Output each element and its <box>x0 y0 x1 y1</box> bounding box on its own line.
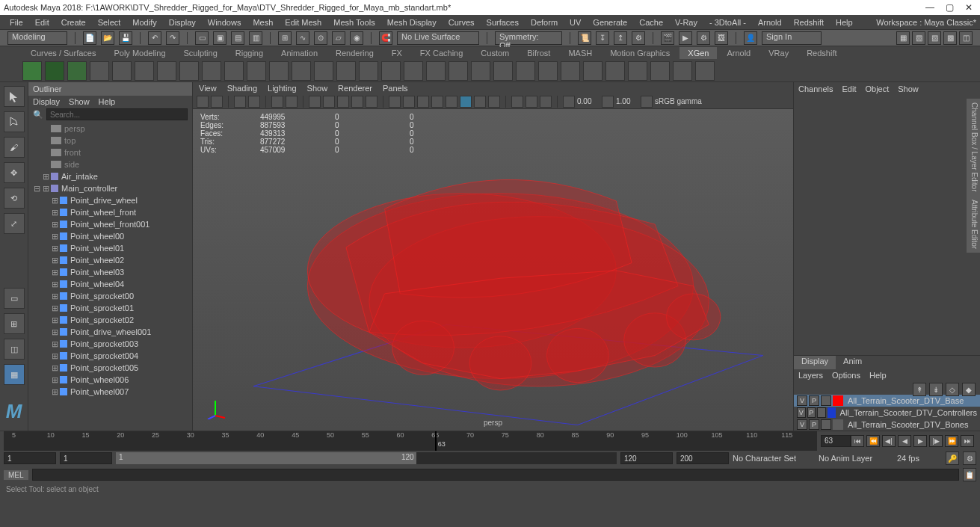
toggle-channel-box-icon[interactable]: ◫ <box>959 31 973 45</box>
range-end-outer[interactable] <box>677 452 729 464</box>
layer-color-swatch[interactable] <box>828 407 836 418</box>
vp-bookmark-icon[interactable] <box>234 96 246 108</box>
shelf-tab-custom[interactable]: Custom <box>472 47 517 59</box>
shelf-xgen-open-icon[interactable] <box>45 61 64 81</box>
shelf-move-icon[interactable] <box>516 61 535 81</box>
goto-end-icon[interactable]: ⏭ <box>961 435 974 447</box>
render-icon[interactable]: 🎬 <box>661 31 674 45</box>
layers-menu-help[interactable]: Help <box>869 371 887 380</box>
tree-item[interactable]: persp <box>28 123 192 135</box>
save-scene-icon[interactable]: 💾 <box>119 31 132 45</box>
range-start-inner[interactable] <box>60 452 112 464</box>
layer-playback-toggle[interactable]: P <box>809 395 819 406</box>
symmetry-dropdown[interactable]: Symmetry: Off <box>495 31 562 45</box>
tree-item[interactable]: ⊞Point_drive_wheel001 <box>28 326 192 338</box>
render-settings-icon[interactable]: ⚙ <box>697 31 710 45</box>
shelf-grab-icon[interactable] <box>202 61 221 81</box>
shelf-freeze-icon[interactable] <box>336 61 356 81</box>
vp-gate-icon[interactable] <box>323 96 335 108</box>
vp-greasepencil-icon[interactable] <box>286 96 298 108</box>
scale-tool[interactable]: ⤢ <box>4 213 25 234</box>
vp-grid-icon[interactable] <box>309 96 321 108</box>
select-tool[interactable] <box>4 86 25 107</box>
expand-icon[interactable]: ⊞ <box>51 244 58 253</box>
expand-icon[interactable]: ⊞ <box>51 303 58 313</box>
shelf-guide-icon[interactable] <box>90 61 109 81</box>
tree-item[interactable]: ⊞Point_sprocket01 <box>28 302 192 314</box>
shelf-tab-redshift[interactable]: Redshift <box>798 47 845 59</box>
live-surface-icon[interactable]: 🧲 <box>379 31 392 45</box>
expand-icon[interactable]: ⊞ <box>51 363 58 373</box>
history-icon[interactable]: 📜 <box>578 31 591 45</box>
menu-modify[interactable]: Modify <box>126 18 162 27</box>
layer-playback-toggle[interactable]: P <box>809 419 819 430</box>
menu-create[interactable]: Create <box>55 18 92 27</box>
layer-movedown-icon[interactable]: ↡ <box>929 383 943 396</box>
render-view-icon[interactable]: 🖼 <box>715 31 728 45</box>
construction-history-icon[interactable]: ⚙ <box>632 31 645 45</box>
tree-item[interactable]: ⊞Point_wheel_front <box>28 206 192 218</box>
step-forward-key-icon[interactable]: ⏩ <box>945 435 958 447</box>
input-icon[interactable]: ↧ <box>596 31 609 45</box>
shelf-cut-icon[interactable] <box>426 61 446 81</box>
tree-item[interactable]: ⊞Point_sprocket004 <box>28 350 192 362</box>
vp-lights-icon[interactable] <box>431 96 443 108</box>
shelf-tab-rigging[interactable]: Rigging <box>227 47 271 59</box>
vp-safe-title-icon[interactable] <box>366 96 377 108</box>
shelf-xgen-create-icon[interactable] <box>67 61 87 81</box>
shelf-noise-icon[interactable] <box>247 61 266 81</box>
shelf-collide-icon[interactable] <box>628 61 647 81</box>
layers-menu-options[interactable]: Options <box>832 371 860 380</box>
vp-colorspace-icon[interactable] <box>641 96 653 108</box>
layer-display-type[interactable] <box>821 419 831 430</box>
vp-textured-icon[interactable] <box>417 96 429 108</box>
play-forward-icon[interactable]: ▶ <box>913 435 927 447</box>
tree-item[interactable]: ⊞Point_sprocket003 <box>28 338 192 350</box>
shelf-tab-sculpting[interactable]: Sculpting <box>176 47 226 59</box>
shelf-comb-icon[interactable] <box>179 61 199 81</box>
character-set-dropdown[interactable]: No Character Set <box>733 454 815 463</box>
play-back-icon[interactable]: ◀ <box>898 435 911 447</box>
expand-icon[interactable]: ⊞ <box>51 315 58 325</box>
shelf-clump-icon[interactable] <box>269 61 289 81</box>
minimize-button[interactable]: — <box>925 2 934 13</box>
anim-layer-dropdown[interactable]: No Anim Layer <box>819 454 893 463</box>
vp-motion-blur-icon[interactable] <box>474 96 486 108</box>
layer-display-type[interactable] <box>821 395 831 406</box>
shelf-twist-icon[interactable] <box>314 61 333 81</box>
vp-aa-icon[interactable] <box>488 96 500 108</box>
shelf-tab-animation[interactable]: Animation <box>273 47 326 59</box>
shelf-tab-fxcaching[interactable]: FX Caching <box>412 47 471 59</box>
vp-shaded-icon[interactable] <box>403 96 415 108</box>
vp-lock-camera-icon[interactable] <box>211 96 223 108</box>
vp-gamma-icon[interactable] <box>602 96 614 108</box>
layer-new-icon[interactable]: ◆ <box>962 383 976 396</box>
vp-menu-panels[interactable]: Panels <box>383 84 408 93</box>
shelf-paint-icon[interactable] <box>538 61 558 81</box>
layer-visibility-toggle[interactable]: V <box>797 395 807 406</box>
expand-icon[interactable]: ⊞ <box>51 339 58 349</box>
toggle-tool-settings-icon[interactable]: ▩ <box>943 31 957 45</box>
rotate-tool[interactable]: ⟲ <box>4 188 25 209</box>
menu-deform[interactable]: Deform <box>525 18 564 27</box>
menuset-dropdown[interactable]: Modeling <box>7 31 67 45</box>
menu-display[interactable]: Display <box>163 18 202 27</box>
menu-uv[interactable]: UV <box>564 18 587 27</box>
layer-color-swatch[interactable] <box>833 419 843 430</box>
shelf-tab-motion-graphics[interactable]: Motion Graphics <box>602 47 678 59</box>
goto-start-icon[interactable]: ⏮ <box>851 435 864 447</box>
time-ruler[interactable]: 5101520253035404550556065707580859095100… <box>4 431 817 451</box>
range-slider[interactable]: 1 120 <box>116 452 617 464</box>
expand-icon[interactable]: ⊞ <box>51 220 58 229</box>
expand-icon[interactable]: ⊞ <box>51 327 58 337</box>
paint-select-tool[interactable]: 🖌 <box>4 137 25 158</box>
tree-item[interactable]: ⊞Point_wheel00 <box>28 230 192 242</box>
expand-icon[interactable]: ⊞ <box>42 172 49 182</box>
toggle-modeling-toolkit-icon[interactable]: ▦ <box>896 31 910 45</box>
outliner-search-input[interactable] <box>46 108 188 120</box>
layout-four-icon[interactable]: ⊞ <box>4 313 25 334</box>
tree-item[interactable]: ⊞Point_wheel007 <box>28 386 192 398</box>
snap-point-icon[interactable]: ⊙ <box>314 31 327 45</box>
menu-windows[interactable]: Windows <box>202 18 247 27</box>
shelf-smooth-icon[interactable] <box>224 61 244 81</box>
